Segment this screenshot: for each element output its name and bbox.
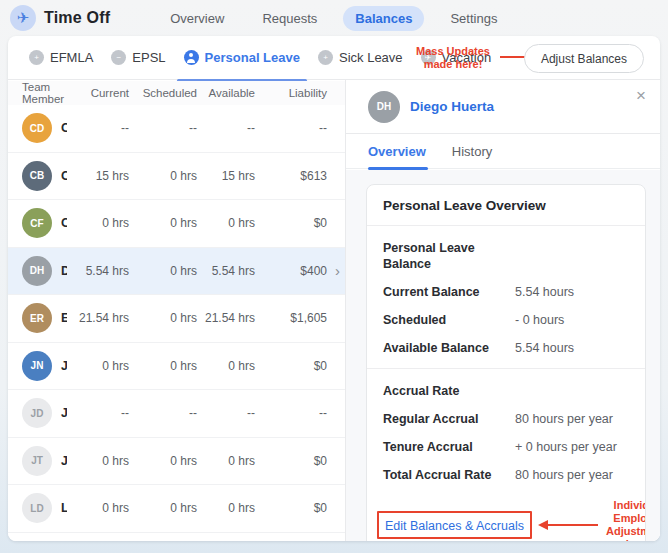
tab-efmla[interactable]: + EFMLA: [20, 36, 102, 80]
tab-sick-leave-label: Sick Leave: [339, 50, 403, 65]
kv-tenure-accrual: Tenure Accrual + 0 hours per year: [383, 433, 629, 461]
kv-scheduled: Scheduled - 0 hours: [383, 306, 629, 334]
member-name: Chandler Bing: [61, 169, 67, 183]
accrual-section: Accrual Rate Regular Accrual 80 hours pe…: [367, 368, 645, 495]
tab-personal-leave[interactable]: Personal Leave: [175, 36, 309, 80]
avatar: JN: [22, 351, 52, 381]
avatar: ER: [22, 303, 52, 333]
tab-sick-leave[interactable]: + Sick Leave: [309, 36, 412, 80]
avatar: DH: [22, 256, 52, 286]
table-header: Team Member Current Scheduled Available …: [8, 81, 345, 105]
leave-type-tabs: + EFMLA − EPSL Personal Leave + Sick Lea…: [8, 36, 660, 80]
table-row[interactable]: JNJimmy Neutron 0 hrs 0 hrs 0 hrs $0: [8, 343, 345, 391]
nav-requests[interactable]: Requests: [250, 6, 329, 31]
avatar: JT: [22, 446, 52, 476]
avatar: CF: [22, 208, 52, 238]
tab-history[interactable]: History: [452, 144, 492, 168]
table-row[interactable]: CBChandler Bing 15 hrs 0 hrs 15 hrs $613: [8, 153, 345, 201]
balance-section: Personal Leave Balance Current Balance 5…: [367, 226, 645, 368]
employee-name-link[interactable]: Diego Huerta: [410, 99, 494, 114]
sick-icon: +: [318, 50, 333, 65]
panel-header: DH Diego Huerta ×: [346, 80, 660, 134]
nav-settings[interactable]: Settings: [438, 6, 509, 31]
table-row[interactable]: JDJohnny Depp -- -- -- --: [8, 390, 345, 438]
edit-link-highlight-box: Edit Balances & Accruals: [377, 511, 532, 539]
adjust-balances-button[interactable]: Adjust Balances: [524, 44, 644, 73]
avatar: LD: [22, 493, 52, 523]
member-name: Cosmo Fairy: [61, 216, 67, 230]
col-scheduled: Scheduled: [135, 87, 197, 99]
page-title: Time Off: [44, 9, 110, 27]
col-current: Current: [73, 87, 129, 99]
mass-updates-annotation: Mass Updates made here!: [408, 45, 498, 71]
table-row[interactable]: JTJustin Timberlake 0 hrs 0 hrs 0 hrs $0: [8, 438, 345, 486]
tab-epsl-label: EPSL: [132, 50, 165, 65]
kv-available-balance: Available Balance 5.54 hours: [383, 334, 629, 362]
member-name: Justin Timberlake: [61, 454, 67, 468]
col-liability: Liability: [261, 87, 327, 99]
table-row-selected[interactable]: DHDiego Huerta 5.54 hrs 0 hrs 5.54 hrs $…: [8, 248, 345, 296]
employee-detail-panel: DH Diego Huerta × Overview History Perso…: [346, 80, 660, 541]
panel-body: Personal Leave Overview Personal Leave B…: [346, 170, 660, 541]
member-name: Leonardo Dicaprio: [61, 501, 67, 515]
table-row[interactable]: LDLeonardo Dicaprio 0 hrs 0 hrs 0 hrs $0: [8, 485, 345, 533]
individual-adjustments-arrow: [538, 519, 598, 531]
tab-personal-leave-label: Personal Leave: [205, 50, 300, 65]
balance-heading: Personal Leave Balance: [383, 238, 503, 278]
family-icon: +: [29, 50, 44, 65]
app-header: ✈ Time Off Overview Requests Balances Se…: [0, 0, 668, 36]
individual-adjustments-annotation: Individual Employee Adjustments here!: [606, 499, 646, 541]
tab-epsl[interactable]: − EPSL: [102, 36, 174, 80]
avatar: JD: [22, 398, 52, 428]
close-icon[interactable]: ×: [636, 86, 646, 106]
table-row[interactable]: CDCat Dog -- -- -- --: [8, 105, 345, 153]
avatar: CD: [22, 113, 52, 143]
person-icon: [184, 50, 199, 65]
member-name: Diego Huerta: [61, 264, 67, 278]
kv-total-accrual: Total Accrual Rate 80 hours per year: [383, 461, 629, 489]
kv-regular-accrual: Regular Accrual 80 hours per year: [383, 405, 629, 433]
tab-overview[interactable]: Overview: [368, 144, 426, 168]
balances-table: Team Member Current Scheduled Available …: [8, 81, 345, 541]
table-row[interactable]: EREllie Rodriguez 21.54 hrs 0 hrs 21.54 …: [8, 295, 345, 343]
card-title: Personal Leave Overview: [367, 185, 645, 226]
member-name: Jimmy Neutron: [61, 359, 67, 373]
member-name: Cat Dog: [61, 121, 67, 135]
col-team-member: Team Member: [22, 81, 67, 105]
top-nav: Overview Requests Balances Settings: [158, 6, 509, 31]
accrual-heading: Accrual Rate: [383, 381, 503, 405]
leave-icon: −: [111, 50, 126, 65]
edit-balances-accruals-link[interactable]: Edit Balances & Accruals: [385, 519, 524, 533]
kv-current-balance: Current Balance 5.54 hours: [383, 278, 629, 306]
leave-overview-card: Personal Leave Overview Personal Leave B…: [366, 184, 646, 541]
airplane-icon: ✈: [10, 5, 36, 31]
employee-avatar: DH: [368, 91, 400, 123]
avatar: CB: [22, 161, 52, 191]
chevron-right-icon: ›: [335, 262, 340, 279]
table-row[interactable]: CFCosmo Fairy 0 hrs 0 hrs 0 hrs $0: [8, 200, 345, 248]
member-name: Ellie Rodriguez: [61, 311, 67, 325]
tab-efmla-label: EFMLA: [50, 50, 93, 65]
member-name: Johnny Depp: [61, 406, 67, 420]
col-available: Available: [203, 87, 255, 99]
card-footer: Edit Balances & Accruals Individual Empl…: [367, 495, 645, 541]
panel-tabs: Overview History: [346, 134, 660, 169]
nav-overview[interactable]: Overview: [158, 6, 236, 31]
balances-card: + EFMLA − EPSL Personal Leave + Sick Lea…: [8, 36, 660, 541]
nav-balances[interactable]: Balances: [343, 6, 424, 31]
